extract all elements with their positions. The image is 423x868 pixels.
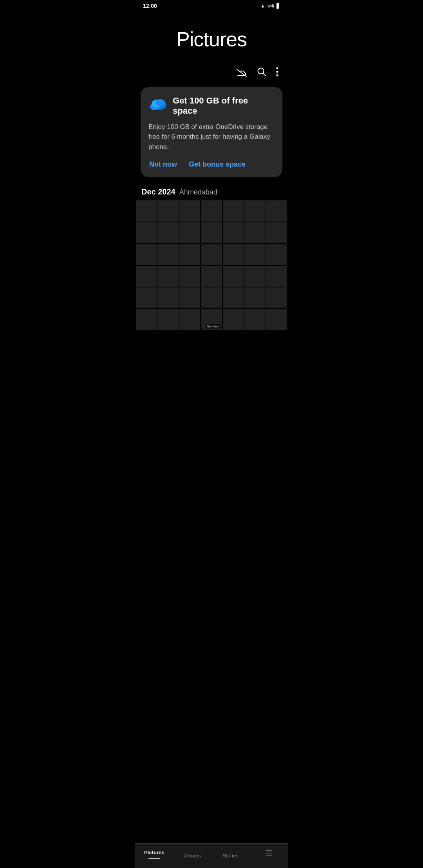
- photo-item[interactable]: [136, 200, 157, 221]
- promo-title: Get 100 GB of free space: [173, 96, 275, 116]
- photo-item[interactable]: [266, 266, 287, 287]
- promo-card: Get 100 GB of free space Enjoy 100 GB of…: [141, 87, 282, 177]
- photo-item[interactable]: [223, 266, 244, 287]
- photo-item[interactable]: [179, 287, 200, 308]
- svg-point-3: [277, 67, 278, 69]
- promo-actions: Not now Get bonus space: [148, 159, 275, 170]
- wifi-icon: wifi: [268, 3, 274, 9]
- photo-item[interactable]: [266, 309, 287, 330]
- page-title-section: Pictures: [135, 12, 288, 59]
- photo-grid: Optimized: [135, 200, 288, 330]
- photo-item[interactable]: [244, 266, 265, 287]
- photo-item[interactable]: [201, 222, 222, 243]
- photo-item[interactable]: [266, 244, 287, 265]
- photo-item[interactable]: Optimized: [201, 309, 222, 330]
- search-icon[interactable]: [257, 67, 267, 79]
- photo-item[interactable]: [157, 244, 178, 265]
- photo-item[interactable]: [157, 309, 178, 330]
- photo-item[interactable]: [201, 287, 222, 308]
- photo-item[interactable]: [179, 266, 200, 287]
- svg-line-2: [263, 73, 266, 76]
- photo-item[interactable]: [136, 309, 157, 330]
- photo-item[interactable]: [266, 222, 287, 243]
- photo-item[interactable]: [136, 222, 157, 243]
- more-options-icon[interactable]: [276, 67, 278, 79]
- cloud-off-icon[interactable]: [236, 69, 247, 77]
- section-header: Dec 2024 Ahmedabad: [135, 184, 288, 200]
- photo-item[interactable]: [244, 222, 265, 243]
- photo-item[interactable]: [136, 287, 157, 308]
- photo-item[interactable]: [244, 287, 265, 308]
- photo-item[interactable]: [201, 244, 222, 265]
- photo-item[interactable]: [157, 266, 178, 287]
- photo-item[interactable]: [223, 200, 244, 221]
- toolbar: [135, 59, 288, 83]
- section-month: Dec 2024: [141, 187, 175, 196]
- status-time: 12:00: [143, 3, 157, 9]
- signal-icon: ▲: [260, 3, 265, 9]
- photo-item[interactable]: [223, 222, 244, 243]
- photo-item[interactable]: [136, 244, 157, 265]
- get-bonus-space-button[interactable]: Get bonus space: [189, 159, 246, 170]
- photo-item[interactable]: [179, 222, 200, 243]
- photo-item[interactable]: [201, 200, 222, 221]
- photo-item[interactable]: [201, 266, 222, 287]
- promo-text-block: Get 100 GB of free space: [173, 96, 275, 116]
- photo-item[interactable]: [223, 244, 244, 265]
- photo-item[interactable]: [157, 222, 178, 243]
- status-bar: 12:00 ▲ wifi ▊: [135, 0, 288, 12]
- photo-item[interactable]: [223, 287, 244, 308]
- photo-item[interactable]: [244, 244, 265, 265]
- photo-item[interactable]: [157, 200, 178, 221]
- promo-header: Get 100 GB of free space: [148, 96, 275, 116]
- status-icons: ▲ wifi ▊: [260, 3, 280, 9]
- promo-description: Enjoy 100 GB of extra OneDrive storage f…: [148, 122, 275, 152]
- photo-item[interactable]: [179, 244, 200, 265]
- photo-item[interactable]: [136, 266, 157, 287]
- not-now-button[interactable]: Not now: [149, 159, 177, 170]
- onedrive-cloud-icon: [148, 96, 167, 111]
- battery-icon: ▊: [277, 3, 280, 9]
- svg-point-4: [277, 71, 278, 73]
- svg-point-9: [155, 99, 165, 106]
- photo-item[interactable]: [244, 200, 265, 221]
- photo-item[interactable]: [266, 287, 287, 308]
- section-location: Ahmedabad: [179, 188, 217, 196]
- page-title: Pictures: [176, 27, 247, 51]
- svg-point-5: [277, 74, 278, 76]
- optimized-badge: Optimized: [206, 324, 221, 329]
- photo-item[interactable]: [244, 309, 265, 330]
- photo-item[interactable]: [266, 200, 287, 221]
- photo-item[interactable]: [223, 309, 244, 330]
- photo-item[interactable]: [157, 287, 178, 308]
- photo-item[interactable]: [179, 200, 200, 221]
- photo-item[interactable]: [179, 309, 200, 330]
